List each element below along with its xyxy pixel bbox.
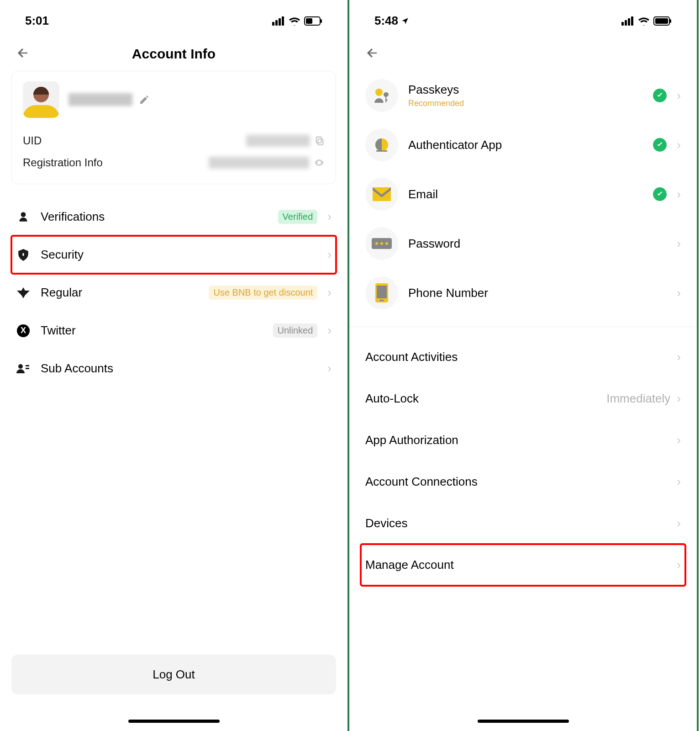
security-item[interactable]: Security ›	[11, 236, 336, 274]
svg-rect-28	[377, 286, 387, 298]
svg-rect-13	[621, 22, 624, 26]
check-icon	[653, 138, 667, 152]
regular-item[interactable]: Regular Use BNB to get discount ›	[11, 274, 336, 312]
status-time: 5:01	[25, 14, 49, 28]
status-bar: 5:01	[11, 14, 336, 37]
svg-rect-1	[275, 20, 278, 26]
email-icon	[373, 187, 391, 201]
battery-icon	[304, 16, 322, 26]
check-icon	[653, 89, 667, 102]
home-indicator	[128, 720, 220, 723]
redacted-uid	[246, 135, 310, 147]
uid-row: UID	[23, 130, 325, 152]
screen-security: 5:48 Passkeys Recommended › Authenticato…	[349, 0, 699, 731]
redacted-reg	[209, 157, 309, 169]
profile-row	[23, 81, 325, 118]
email-item[interactable]: Email ›	[361, 170, 685, 219]
svg-rect-0	[272, 22, 274, 26]
verified-badge: Verified	[278, 210, 318, 224]
uid-label: UID	[23, 134, 42, 147]
passkey-icon	[373, 87, 391, 104]
chevron-right-icon: ›	[677, 138, 681, 152]
svg-point-20	[375, 89, 383, 96]
chevron-right-icon: ›	[327, 361, 332, 376]
account-connections-item[interactable]: Account Connections ›	[361, 461, 685, 503]
people-icon	[16, 363, 30, 374]
reg-row: Registration Info	[23, 152, 325, 174]
sec-item-label: Passkeys	[408, 83, 643, 97]
svg-rect-2	[279, 18, 281, 26]
svg-rect-8	[316, 137, 321, 143]
svg-rect-9	[22, 253, 24, 255]
svg-rect-3	[282, 16, 284, 26]
status-time: 5:48	[374, 14, 398, 28]
vip-icon	[17, 287, 30, 298]
recommended-badge: Recommended	[408, 99, 643, 108]
back-button[interactable]	[365, 46, 379, 62]
autolock-item[interactable]: Auto-Lock Immediately ›	[361, 378, 685, 419]
sec-item-label: Authenticator App	[408, 138, 643, 152]
eye-icon[interactable]	[314, 157, 325, 168]
svg-rect-5	[306, 18, 312, 24]
chevron-right-icon: ›	[327, 286, 332, 300]
twitter-item[interactable]: X Twitter Unlinked ›	[11, 312, 336, 350]
account-card: UID Registration Info	[11, 71, 336, 184]
svg-rect-21	[376, 150, 387, 152]
logout-button[interactable]: Log Out	[11, 655, 336, 694]
unlinked-badge: Unlinked	[273, 323, 318, 338]
svg-rect-22	[373, 187, 391, 201]
authenticator-item[interactable]: Authenticator App ›	[361, 120, 685, 170]
list-item-label: Twitter	[41, 323, 263, 338]
passkeys-item[interactable]: Passkeys Recommended ›	[361, 71, 685, 120]
list-item-label: Security	[41, 248, 317, 262]
app-auth-item[interactable]: App Authorization ›	[361, 419, 685, 461]
person-icon	[17, 211, 29, 223]
account-activities-item[interactable]: Account Activities ›	[361, 336, 685, 378]
arrow-left-icon	[16, 46, 30, 60]
avatar	[23, 81, 59, 118]
svg-rect-18	[655, 18, 668, 24]
check-icon	[653, 187, 667, 201]
svg-rect-12	[26, 368, 29, 369]
home-indicator	[478, 720, 569, 723]
back-button[interactable]	[16, 46, 30, 62]
copy-icon[interactable]	[315, 136, 325, 146]
shield-icon	[17, 249, 29, 261]
sec-item-label: Email	[408, 187, 643, 201]
signal-icon	[272, 16, 285, 26]
password-item[interactable]: Password ›	[361, 219, 685, 268]
divider	[349, 327, 697, 327]
signal-icon	[621, 16, 634, 26]
devices-item[interactable]: Devices ›	[361, 503, 685, 544]
chevron-right-icon: ›	[677, 286, 681, 300]
subaccounts-item[interactable]: Sub Accounts ›	[11, 350, 336, 387]
wifi-icon	[638, 16, 650, 26]
svg-rect-14	[625, 20, 627, 26]
manage-account-item[interactable]: Manage Account ›	[361, 544, 685, 586]
svg-point-24	[375, 242, 378, 245]
svg-rect-11	[26, 365, 29, 366]
simple-item-label: App Authorization	[365, 433, 458, 447]
svg-point-25	[380, 242, 383, 245]
edit-icon[interactable]	[139, 94, 150, 105]
phone-icon	[375, 283, 388, 302]
chevron-right-icon: ›	[327, 210, 332, 224]
simple-item-label: Account Connections	[365, 475, 478, 489]
nav-bar: Account Info	[11, 37, 336, 71]
authenticator-icon	[374, 137, 390, 153]
sec-item-label: Phone Number	[408, 286, 667, 300]
chevron-right-icon: ›	[677, 350, 681, 364]
reg-label: Registration Info	[23, 156, 103, 169]
svg-rect-19	[670, 19, 671, 23]
password-icon	[372, 238, 392, 249]
phone-item[interactable]: Phone Number ›	[361, 268, 685, 318]
chevron-right-icon: ›	[327, 248, 332, 262]
status-indicators	[272, 16, 322, 26]
chevron-right-icon: ›	[677, 516, 681, 530]
chevron-right-icon: ›	[677, 187, 681, 201]
arrow-left-icon	[365, 46, 379, 60]
verifications-item[interactable]: Verifications Verified ›	[11, 198, 336, 236]
autolock-value: Immediately	[606, 392, 670, 406]
page-title: Account Info	[30, 46, 318, 62]
x-icon: X	[17, 324, 30, 337]
